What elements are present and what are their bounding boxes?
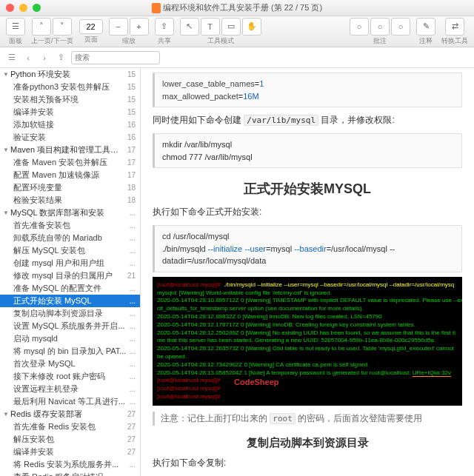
toc-item[interactable]: 将 Redis 安装为系统服务并......: [0, 458, 140, 471]
toc-item[interactable]: 准备 MySQL 的配置文件...: [0, 282, 140, 295]
annotation-a-button[interactable]: ○: [350, 18, 369, 36]
search-input[interactable]: [71, 51, 160, 64]
tool-cursor-button[interactable]: ↖: [180, 18, 199, 36]
titlebar: 编程环境和软件工具安装手册 (第 22 / 75 页): [0, 0, 474, 16]
minimize-icon[interactable]: [19, 4, 27, 12]
toc-item[interactable]: 配置环境变量18: [0, 181, 140, 194]
prev-page-button[interactable]: ˄: [32, 18, 51, 36]
toc-page: ...: [130, 309, 136, 318]
note-button[interactable]: ✎: [416, 18, 435, 36]
zoom-out-button[interactable]: −: [109, 18, 128, 36]
toc-label: 检验安装结果: [13, 195, 124, 206]
zoom-in-button[interactable]: +: [130, 18, 149, 36]
toc-item[interactable]: 检验安装结果18: [0, 194, 140, 207]
toc-label: 解压 MySQL 安装包: [13, 245, 127, 256]
watermark: CodeSheep: [234, 377, 279, 388]
toc-item[interactable]: 修改 mysql 目录的归属用户21: [0, 269, 140, 282]
share-icon[interactable]: ⇪: [55, 52, 67, 64]
outline-view-icon[interactable]: ☰: [6, 52, 18, 64]
toc-page: ...: [130, 322, 136, 330]
toolbar: ☰ 面板 ˄ ˅ 上一页/下一页 页面 − + 缩放 ⇪ 共享 ↖ T ▭ ✋ …: [0, 16, 474, 47]
code-block: cd /usr/local/mysql ./bin/mysqld --initi…: [153, 225, 462, 272]
toc-item[interactable]: 准备python3 安装包并解压15: [0, 81, 140, 93]
toc-item[interactable]: ▼Redis 缓存安装部署27: [0, 408, 140, 420]
toc-label: 配置环境变量: [13, 182, 124, 193]
tool-hand-button[interactable]: ✋: [242, 18, 261, 36]
toc-label: MySQL 数据库部署和安装: [10, 207, 127, 218]
toc-item[interactable]: 首次登录 MySQL...: [0, 358, 140, 370]
page-number-input[interactable]: [79, 19, 103, 34]
toc-item[interactable]: 解压 MySQL 安装包...: [0, 244, 140, 257]
toc-page: 15: [127, 83, 136, 91]
toc-item[interactable]: 验证安装16: [0, 131, 140, 144]
toc-item[interactable]: 复制启动脚本到资源目录...: [0, 307, 140, 320]
toc-item[interactable]: 设置远程主机登录...: [0, 383, 140, 395]
toc-item[interactable]: 查看 Redis 服务启动情况...: [0, 471, 140, 476]
paragraph: 执行如下命令复制:: [153, 456, 462, 470]
toc-item[interactable]: 首先准备 Redis 安装包27: [0, 420, 140, 433]
back-icon[interactable]: ‹: [22, 52, 34, 64]
toc-item[interactable]: 正式开始安装 MySQL...: [0, 295, 140, 307]
close-icon[interactable]: [6, 4, 14, 12]
toc-page: ...: [130, 360, 136, 368]
annotation-b-button[interactable]: ○: [370, 18, 390, 36]
toc-item[interactable]: 添加软链接16: [0, 118, 140, 131]
outline-sidebar[interactable]: ▼Python 环境安装15准备python3 安装包并解压15安装相关预备环境…: [0, 68, 141, 476]
toc-page: 15: [127, 70, 136, 78]
toc-item[interactable]: 准备 Maven 安装包并解压17: [0, 156, 140, 169]
window-title: 编程环境和软件工具安装手册 (第 22 / 75 页): [152, 2, 322, 13]
toc-item[interactable]: ▼Python 环境安装15: [0, 68, 140, 81]
toc-page: ...: [130, 259, 136, 267]
annotation-c-button[interactable]: ○: [391, 18, 410, 36]
toc-item[interactable]: 首先准备安装包...: [0, 219, 140, 232]
toc-item[interactable]: 启动 mysqld...: [0, 332, 140, 345]
toc-label: 接下来修改 root 账户密码: [13, 371, 127, 382]
toc-page: 27: [127, 448, 136, 456]
toc-item[interactable]: 设置 MySQL 系统服务并开启......: [0, 320, 140, 332]
paragraph: 执行如下命令正式开始安装:: [153, 205, 462, 219]
tool-rect-button[interactable]: ▭: [221, 18, 241, 36]
sidebar-toggle-button[interactable]: ☰: [6, 18, 25, 36]
toc-item[interactable]: 卸载系统自带的 Mariadb...: [0, 232, 140, 244]
toc-label: 设置远程主机登录: [13, 383, 127, 395]
toc-item[interactable]: 接下来修改 root 账户密码...: [0, 370, 140, 383]
toc-label: 正式开始安装 MySQL: [13, 295, 127, 306]
toc-item[interactable]: 解压安装包27: [0, 433, 140, 446]
document-content[interactable]: lower_case_table_names=1 max_allowed_pac…: [141, 68, 474, 476]
toc-item[interactable]: 编译并安装15: [0, 106, 140, 118]
inline-code: root: [270, 413, 296, 424]
toc-page: 15: [127, 108, 136, 116]
toc-page: ...: [130, 209, 136, 217]
tool-text-button[interactable]: T: [201, 18, 220, 36]
annot-label: 批注: [373, 36, 387, 46]
nav-label: 上一页/下一页: [31, 36, 73, 46]
toc-label: 将 Redis 安装为系统服务并...: [13, 459, 127, 470]
zoom-icon[interactable]: [33, 4, 41, 12]
caret-icon: ▼: [3, 71, 10, 78]
toc-label: 创建 mysql 用户和用户组: [13, 258, 127, 269]
toc-item[interactable]: ▼MySQL 数据库部署和安装...: [0, 207, 140, 219]
forward-icon[interactable]: ›: [39, 52, 50, 64]
toc-label: 首次登录 MySQL: [13, 358, 127, 369]
caret-icon: ▼: [3, 147, 10, 153]
terminal-screenshot: [root@localhost mysql]# ./bin/mysqld --i…: [153, 277, 462, 406]
toc-label: 启动 mysqld: [13, 333, 127, 344]
toc-item[interactable]: 编译并安装27: [0, 446, 140, 458]
toc-page: ...: [130, 372, 136, 381]
toc-item[interactable]: 安装相关预备环境15: [0, 93, 140, 106]
toc-label: 卸载系统自带的 Mariadb: [13, 232, 127, 244]
toc-item[interactable]: ▼Maven 项目构建和管理工具安装17: [0, 144, 140, 156]
share-button[interactable]: ⇪: [155, 18, 174, 36]
toc-page: ...: [130, 398, 136, 406]
toc-item[interactable]: 将 mysql 的 bin 目录加入 PAT......: [0, 345, 140, 358]
toc-item[interactable]: 配置 Maven 加速镜像源17: [0, 169, 140, 181]
toc-page: ...: [130, 221, 136, 229]
convert-button[interactable]: ⇄: [445, 18, 464, 36]
next-page-button[interactable]: ˅: [53, 18, 72, 36]
toc-item[interactable]: 创建 mysql 用户和用户组...: [0, 257, 140, 269]
toc-label: 准备python3 安装包并解压: [13, 81, 124, 93]
toc-page: ...: [130, 297, 136, 305]
toc-page: ...: [130, 460, 136, 469]
toc-item[interactable]: 最后利用 Navicat 等工具进行......: [0, 395, 140, 408]
outline-toolbar: ☰ ‹ › ⇪: [0, 47, 474, 68]
